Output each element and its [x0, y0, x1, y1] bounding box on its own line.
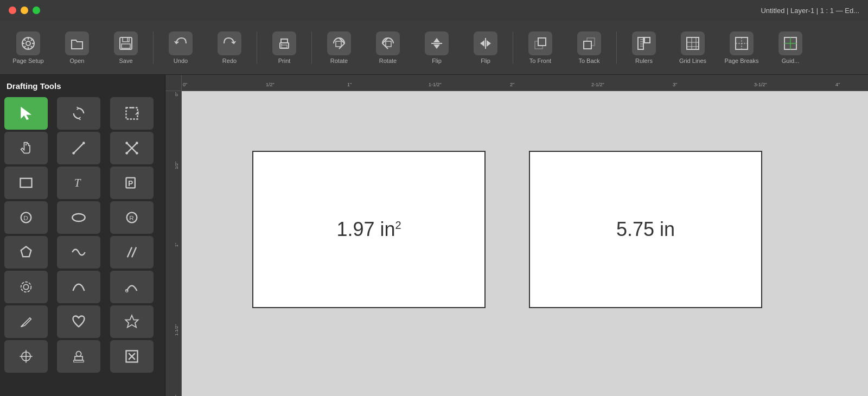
page-setup-label: Page Setup [12, 58, 44, 64]
ruler-label-half: 1/2" [266, 82, 275, 87]
ruler-label-left-1: 1" [174, 243, 179, 247]
svg-point-79 [76, 352, 81, 356]
rulers-button[interactable]: Rulers [620, 24, 668, 72]
rotate-ccw-button[interactable]: Rotate [364, 24, 412, 72]
ellipse-tool[interactable] [57, 201, 100, 234]
save-icon [114, 31, 138, 55]
slash-tool[interactable] [110, 236, 154, 269]
ruler-label-1half: 1-1/2" [429, 82, 442, 87]
canvas-content[interactable]: 1.97 in2 5.75 in [182, 91, 868, 396]
flip-h-button[interactable]: Flip [462, 24, 509, 72]
to-front-button[interactable]: To Front [516, 24, 564, 72]
undo-button[interactable]: Undo [157, 24, 205, 72]
ruler-top: 0" 1/2" 1" 1-1/2" 2" 2-1/2" 3" 3-1/2" 4"… [182, 75, 868, 91]
to-back-label: To Back [578, 58, 599, 64]
x-box-tool[interactable] [110, 340, 154, 373]
heart-tool[interactable] [57, 305, 100, 338]
circle-d-tool[interactable]: D [4, 201, 48, 234]
rotate-cw-label: Rotate [330, 58, 348, 64]
svg-rect-17 [336, 41, 341, 47]
save-label: Save [119, 58, 132, 64]
rulers-icon [632, 31, 656, 55]
redo-icon [218, 31, 241, 55]
svg-rect-11 [123, 37, 129, 42]
svg-line-50 [74, 143, 84, 154]
guides-icon [778, 31, 802, 55]
svg-rect-59 [21, 178, 32, 187]
save-button[interactable]: Save [102, 24, 150, 72]
svg-point-51 [73, 152, 75, 155]
pan-tool[interactable] [4, 132, 48, 164]
undo-label: Undo [174, 58, 188, 64]
svg-line-70 [132, 247, 136, 258]
stamp-tool[interactable] [57, 340, 100, 373]
fullscreen-button[interactable] [33, 7, 40, 14]
shape-2[interactable]: 5.75 in [529, 151, 762, 308]
svg-rect-18 [386, 41, 391, 47]
sidebar-title: Drafting Tools [4, 81, 161, 91]
flip-v-label: Flip [432, 58, 442, 64]
svg-rect-34 [644, 37, 650, 43]
rotate-cw-button[interactable]: Rotate [315, 24, 363, 72]
ruler-label-2: 2" [510, 82, 514, 87]
pencil-tool[interactable] [4, 305, 48, 338]
sidebar: Drafting Tools [0, 75, 165, 396]
redo-button[interactable]: Redo [206, 24, 253, 72]
print-button[interactable]: Print [260, 24, 308, 72]
star-tool[interactable] [110, 305, 154, 338]
ruler-label-1: 1" [347, 82, 352, 87]
canvas-area[interactable]: 0" 1/2" 1" 1-1/2" 2" 2-1/2" 3" 3-1/2" 4"… [165, 75, 868, 396]
ruler-label-left-1half: 1-1/2" [174, 324, 179, 336]
svg-text:R: R [129, 214, 133, 221]
curve-tool[interactable] [57, 271, 100, 303]
grid-lines-label: Grid Lines [679, 58, 706, 64]
window-title: Untitled | Layer-1 | 1 : 1 — Ed... [51, 7, 859, 15]
arc-tool[interactable] [110, 271, 154, 303]
page-breaks-button[interactable]: Page Breaks [718, 24, 765, 72]
svg-marker-46 [21, 107, 31, 119]
ruler-label-0: 0" [183, 82, 187, 87]
divider-3 [311, 31, 312, 64]
polygon-tool[interactable] [4, 236, 48, 269]
ellipse-r-tool[interactable]: R [110, 201, 154, 234]
svg-point-52 [82, 142, 85, 144]
minimize-button[interactable] [21, 7, 28, 14]
marquee-tool[interactable] [110, 97, 154, 130]
to-back-icon [577, 31, 601, 55]
close-button[interactable] [9, 7, 16, 14]
gear-shape-tool[interactable] [4, 271, 48, 303]
flip-h-icon [474, 31, 497, 55]
svg-point-72 [21, 282, 31, 292]
svg-point-58 [136, 152, 138, 155]
shape-1[interactable]: 1.97 in2 [252, 151, 486, 308]
to-back-button[interactable]: To Back [565, 24, 613, 72]
wave-tool[interactable] [57, 236, 100, 269]
toolbar: Page Setup Open Save [0, 21, 868, 75]
svg-rect-81 [74, 360, 84, 362]
shape-1-label: 1.97 in2 [336, 218, 401, 241]
cross-arrow-tool[interactable] [110, 132, 154, 164]
rect-tool[interactable] [4, 167, 48, 199]
select-tool[interactable] [4, 97, 48, 130]
flip-h-label: Flip [481, 58, 490, 64]
text-shape-tool[interactable]: P [110, 167, 154, 199]
rotate-tool[interactable] [57, 97, 100, 130]
divider-2 [257, 31, 257, 64]
text-tool[interactable]: T [57, 167, 100, 199]
crosshair-tool[interactable] [4, 340, 48, 373]
open-icon [65, 31, 89, 55]
grid-lines-button[interactable]: Grid Lines [669, 24, 717, 72]
svg-point-71 [23, 284, 28, 289]
flip-v-button[interactable]: Flip [413, 24, 461, 72]
open-button[interactable]: Open [53, 24, 101, 72]
svg-point-16 [281, 44, 282, 45]
svg-text:P: P [128, 179, 133, 188]
svg-rect-12 [122, 44, 130, 48]
svg-rect-26 [538, 38, 546, 46]
redo-label: Redo [222, 58, 237, 64]
page-setup-button[interactable]: Page Setup [4, 24, 52, 72]
guides-button[interactable]: Guid... [767, 24, 814, 72]
diagonal-tool[interactable] [57, 132, 100, 164]
svg-rect-28 [584, 41, 591, 49]
traffic-lights [9, 7, 40, 14]
